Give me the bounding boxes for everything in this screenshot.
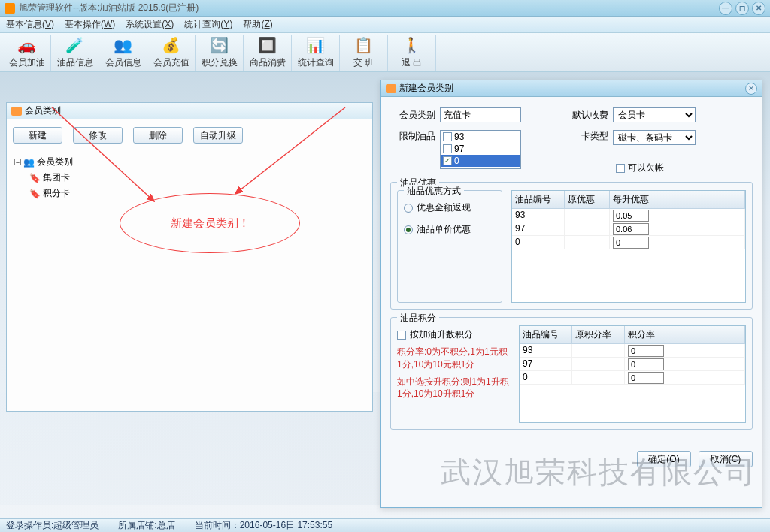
listbox-item[interactable]: 0 [441, 155, 520, 167]
cell-input[interactable] [628, 345, 664, 357]
maximize-button[interactable]: ◻ [735, 2, 749, 15]
ok-button[interactable]: 确定(O) [637, 451, 691, 467]
menu-settings[interactable]: 系统设置(X) [126, 18, 174, 31]
points-by-liter-checkbox[interactable]: 按加油升数积分 [397, 328, 510, 341]
cell[interactable] [610, 236, 745, 249]
cell-input[interactable] [613, 210, 649, 222]
cell[interactable] [610, 209, 745, 222]
menu-stats[interactable]: 统计查询(Y) [184, 18, 232, 31]
tool-icon: 📋 [354, 35, 374, 55]
window-title: 旭荣管理软件--版本:加油站版 2015.9(已注册) [19, 2, 719, 14]
field-label: 会员类别 [390, 109, 435, 122]
table-row[interactable]: 0 [520, 371, 745, 385]
radio-unit-price[interactable]: 油品单价优惠 [404, 223, 496, 236]
tool-label: 积分兑换 [202, 56, 238, 69]
close-button[interactable]: ✕ [752, 2, 765, 15]
cell[interactable] [625, 344, 745, 357]
toolbar-3[interactable]: 💰会员充值 [147, 35, 196, 71]
status-time: 当前时间：2016-05-16日 17:53:55 [195, 519, 332, 532]
table-row[interactable]: 93 [520, 344, 745, 358]
toolbar-2[interactable]: 👥会员信息 [99, 35, 147, 71]
oil-points-group: 油品积分 按加油升数积分 积分率:0为不积分,1为1元积1分,10为10元积1分… [390, 317, 753, 430]
radio-label: 优惠金额返现 [417, 201, 471, 214]
cell[interactable] [610, 222, 745, 235]
cancel-button[interactable]: 取消(C) [699, 451, 753, 467]
cell-input[interactable] [613, 237, 649, 249]
statusbar: 登录操作员:超级管理员 所属店铺:总店 当前时间：2016-05-16日 17:… [0, 518, 770, 532]
app-icon [5, 3, 15, 14]
item-label: 93 [454, 131, 464, 142]
tree-item-group-card[interactable]: 🔖 集团卡 [29, 171, 365, 184]
listbox-item[interactable]: 93 [441, 131, 520, 143]
cell[interactable] [625, 358, 745, 370]
tool-label: 会员充值 [153, 56, 189, 69]
table-row[interactable]: 97 [512, 222, 745, 236]
dialog-close-button[interactable]: ✕ [745, 83, 757, 95]
menu-basic-ops[interactable]: 基本操作(W) [65, 18, 115, 31]
group-title: 油品积分 [397, 312, 439, 325]
cell[interactable] [625, 371, 745, 384]
toolbar-5[interactable]: 🔲商品消费 [244, 35, 292, 71]
toolbar-4[interactable]: 🔄积分兑换 [196, 35, 244, 71]
checkbox-label: 可以欠帐 [628, 162, 664, 174]
titlebar: 旭荣管理软件--版本:加油站版 2015.9(已注册) — ◻ ✕ [0, 0, 770, 17]
table-row[interactable]: 93 [512, 209, 745, 222]
cell: 0 [512, 236, 565, 249]
checkbox-icon [397, 331, 406, 340]
discount-grid[interactable]: 油品编号 原优惠 每升优惠 93970 [511, 190, 746, 303]
credit-checkbox[interactable] [616, 164, 625, 173]
tool-icon: 🔄 [210, 35, 229, 55]
radio-icon [404, 225, 413, 234]
note-text: 如中选按升积分:则1为1升积1分,10为10升积1分 [397, 376, 510, 401]
edit-button[interactable]: 修改 [73, 127, 123, 144]
col-header: 积分率 [625, 326, 745, 343]
checkbox-icon [443, 144, 452, 153]
listbox-item[interactable]: 97 [441, 143, 520, 155]
tool-label: 交 班 [353, 56, 374, 69]
card-icon: 🔖 [29, 189, 41, 199]
panel-title: 会员类别 [7, 103, 372, 119]
toolbar-1[interactable]: 🧪油品信息 [51, 35, 99, 71]
table-row[interactable]: 0 [512, 236, 745, 249]
auto-upgrade-button[interactable]: 自动升级 [193, 127, 243, 144]
tree-root[interactable]: − 👥 会员类别 [14, 156, 365, 168]
toolbar-8[interactable]: 🚶退 出 [388, 35, 436, 71]
cell-input[interactable] [613, 223, 649, 235]
col-header: 原优惠 [565, 191, 610, 208]
col-header: 每升优惠 [610, 191, 745, 208]
workspace: 会员类别 新建 修改 删除 自动升级 − 👥 会员类别 🔖 集团卡 🔖 积分卡 … [0, 72, 770, 518]
cell-input[interactable] [628, 358, 664, 370]
table-row[interactable]: 97 [520, 358, 745, 371]
default-charge-combo[interactable]: 会员卡 [613, 107, 696, 122]
dialog-titlebar: 新建会员类别 ✕ [381, 80, 762, 97]
points-grid[interactable]: 油品编号 原积分率 积分率 93970 [519, 325, 746, 423]
tool-label: 统计查询 [298, 56, 334, 69]
card-type-combo[interactable]: 磁卡、条码卡 [613, 130, 696, 145]
annotation-callout: 新建会员类别！ [120, 193, 300, 253]
delete-button[interactable]: 删除 [133, 127, 183, 144]
new-button[interactable]: 新建 [13, 127, 62, 144]
folder-icon [386, 84, 396, 93]
col-header: 原积分率 [572, 326, 625, 343]
restrict-oil-listbox[interactable]: 93970 [440, 130, 521, 169]
toolbar: 🚗会员加油🧪油品信息👥会员信息💰会员充值🔄积分兑换🔲商品消费📊统计查询📋交 班🚶… [0, 33, 770, 72]
tool-icon: 💰 [162, 35, 181, 55]
minimize-button[interactable]: — [719, 2, 732, 15]
tool-label: 会员加油 [9, 56, 45, 69]
cell: 97 [512, 222, 565, 235]
cell [572, 371, 625, 384]
toolbar-7[interactable]: 📋交 班 [340, 35, 388, 71]
category-input[interactable] [440, 107, 521, 122]
checkbox-label: 按加油升数积分 [410, 328, 473, 341]
toolbar-6[interactable]: 📊统计查询 [292, 35, 340, 71]
tree-root-label: 会员类别 [37, 156, 73, 168]
tree-item-label: 集团卡 [43, 171, 70, 184]
menu-help[interactable]: 帮助(Z) [243, 18, 272, 31]
expand-icon[interactable]: − [14, 159, 21, 165]
menu-basic-info[interactable]: 基本信息(V) [6, 18, 54, 31]
cell-input[interactable] [628, 372, 664, 384]
cell [572, 358, 625, 370]
radio-amount-return[interactable]: 优惠金额返现 [404, 201, 496, 214]
toolbar-0[interactable]: 🚗会员加油 [3, 35, 51, 71]
cell [565, 222, 610, 235]
